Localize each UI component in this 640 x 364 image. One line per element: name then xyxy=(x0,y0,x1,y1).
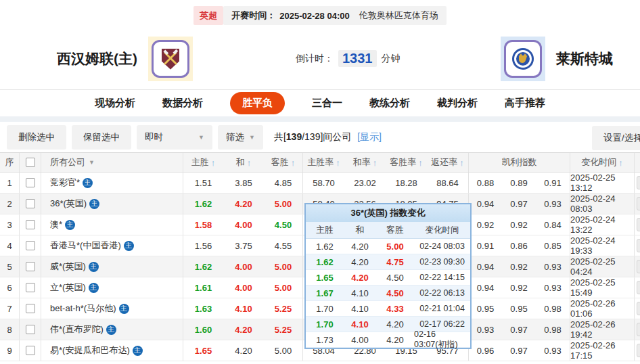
home-badge-icon: 主 xyxy=(65,220,75,230)
popup-away-odds: 4.20 xyxy=(376,335,414,345)
row-extra xyxy=(634,214,640,235)
sort-up-icon: ↑ xyxy=(373,158,378,168)
header-change-time[interactable]: 变化时间↑ xyxy=(570,153,634,172)
popup-change-time: 02-23 09:30 xyxy=(414,257,470,267)
popup-home-odds: 1.62 xyxy=(306,257,344,267)
company-cell[interactable]: 竞彩官*主 xyxy=(41,173,183,193)
draw-odds: 4.20 xyxy=(223,194,264,214)
filter-label: 筛选 xyxy=(226,131,244,143)
company-cell[interactable]: 易*(安提瓜和巴布达)主 xyxy=(41,340,183,361)
row-checkbox[interactable] xyxy=(26,262,35,271)
table-row[interactable]: 1竞彩官*主1.513.854.8558.7023.0218.2888.640.… xyxy=(0,173,640,194)
row-action-button[interactable] xyxy=(637,218,640,231)
company-name: 伟*(直布罗陀) xyxy=(50,323,104,336)
tab-1[interactable]: 现场分析 xyxy=(95,92,135,114)
row-action-button[interactable] xyxy=(637,260,640,273)
change-time: 2025-02-24 19:33 xyxy=(570,235,634,256)
sort-up-icon: ↑ xyxy=(247,158,252,168)
page: 英超 开赛时间： 2025-02-28 04:00 伦敦奥林匹克体育场 西汉姆联… xyxy=(0,0,640,364)
popup-home-odds: 1.70 xyxy=(306,304,344,314)
change-time: 2025-02-24 13:22 xyxy=(570,214,634,235)
caret-down-icon: ▼ xyxy=(249,134,255,141)
row-checkbox-cell xyxy=(19,173,41,193)
header-company[interactable]: 所有公司▼ xyxy=(41,153,183,172)
match-header: 西汉姆联(主) 倒计时： 1331 分钟 xyxy=(0,30,640,89)
kelly-draw: 0.92 xyxy=(502,277,536,298)
instant-odds-select[interactable]: 即时 ▼ xyxy=(137,125,212,150)
popup-change-time: 02-16 03:07(初指) xyxy=(414,329,470,350)
row-extra xyxy=(634,235,640,256)
home-badge-icon: 主 xyxy=(119,304,129,314)
row-action-button[interactable] xyxy=(637,239,640,252)
row-checkbox[interactable] xyxy=(26,304,35,313)
row-action-button[interactable] xyxy=(637,176,640,189)
row-checkbox[interactable] xyxy=(26,241,35,250)
row-checkbox[interactable] xyxy=(26,283,35,292)
change-time: 2025-02-25 04:24 xyxy=(570,256,634,277)
row-checkbox[interactable] xyxy=(26,178,35,187)
sort-up-icon: ↑ xyxy=(291,158,296,168)
row-checkbox[interactable] xyxy=(26,220,35,229)
select-all-checkbox[interactable] xyxy=(26,158,35,167)
header-away-rate[interactable]: 客胜率↑ xyxy=(386,153,427,172)
header-away-odds[interactable]: 客胜↑ xyxy=(264,153,302,172)
popup-change-time: 02-21 01:04 xyxy=(414,304,470,313)
row-action-button[interactable] xyxy=(637,281,640,294)
header-select-all[interactable] xyxy=(19,153,41,172)
company-cell[interactable]: 立*(英国)主 xyxy=(41,277,183,298)
tab-7[interactable]: 高手推荐 xyxy=(505,92,545,114)
show-link[interactable]: [显示] xyxy=(357,131,382,142)
company-name: 澳* xyxy=(50,219,62,231)
venue-name: 伦敦奥林匹克体育场 xyxy=(359,9,438,22)
keep-selected-button[interactable]: 保留选中 xyxy=(72,125,131,150)
row-checkbox[interactable] xyxy=(26,346,35,355)
company-cell[interactable]: 伟*(直布罗陀)主 xyxy=(41,319,183,340)
row-extra xyxy=(634,340,640,361)
popup-draw-odds: 4.10 xyxy=(344,288,376,298)
header-draw-odds[interactable]: 和↑ xyxy=(223,153,264,172)
filter-select[interactable]: 筛选 ▼ xyxy=(218,125,263,150)
kelly-home: 0.94 xyxy=(468,277,502,298)
tab-2[interactable]: 数据分析 xyxy=(162,92,203,114)
header-home-odds[interactable]: 主胜↑ xyxy=(183,153,223,172)
row-checkbox-cell xyxy=(19,298,41,319)
company-cell[interactable]: 威*(英国)主 xyxy=(41,256,183,277)
row-action-button[interactable] xyxy=(637,302,640,315)
delete-selected-button[interactable]: 删除选中 xyxy=(7,125,66,150)
header-draw-rate[interactable]: 和率↑ xyxy=(344,153,386,172)
row-action-button[interactable] xyxy=(637,323,640,336)
header-kelly[interactable]: 凯利指数 xyxy=(468,153,570,172)
company-cell[interactable]: 36*(英国)主 xyxy=(41,194,183,214)
company-cell[interactable]: 澳*主 xyxy=(41,214,183,235)
popup-change-time: 02-22 06:13 xyxy=(414,288,470,298)
row-action-button[interactable] xyxy=(637,197,640,210)
row-action-button[interactable] xyxy=(637,344,640,357)
company-cell[interactable]: 香港马*(中国香港)主 xyxy=(41,235,183,256)
header-no[interactable]: 序 xyxy=(0,153,19,172)
home-odds: 1.51 xyxy=(183,173,223,193)
change-time: 2025-02-26 01:06 xyxy=(570,298,634,319)
home-badge-icon: 主 xyxy=(106,325,116,335)
settings-select-button[interactable]: 设置/选择 xyxy=(592,126,640,150)
popup-away-odds: 5.00 xyxy=(376,242,414,252)
tab-6[interactable]: 裁判分析 xyxy=(437,92,478,114)
away-team: 莱斯特城 xyxy=(501,37,613,81)
league-badge[interactable]: 英超 xyxy=(193,6,223,25)
change-time: 2025-02-26 19:42 xyxy=(570,319,634,340)
tab-4[interactable]: 三合一 xyxy=(312,92,342,114)
tab-5[interactable]: 教练分析 xyxy=(369,92,410,114)
match-info-bar: 英超 开赛时间： 2025-02-28 04:00 伦敦奥林匹克体育场 xyxy=(0,6,640,25)
countdown: 倒计时： 1331 分钟 xyxy=(296,50,401,67)
company-name: 易*(安提瓜和巴布达) xyxy=(50,344,130,357)
popup-draw-odds: 4.00 xyxy=(344,335,376,345)
popup-home-odds: 1.67 xyxy=(306,288,344,298)
sort-up-icon: ↑ xyxy=(211,158,216,168)
company-cell[interactable]: bet-at-h*(马尔他)主 xyxy=(41,298,183,319)
row-checkbox[interactable] xyxy=(26,325,35,334)
home-badge-icon: 主 xyxy=(133,346,143,356)
tab-3[interactable]: 胜平负 xyxy=(230,92,285,114)
kelly-home: 0.95 xyxy=(468,298,502,319)
header-home-rate[interactable]: 主胜率↑ xyxy=(302,153,344,172)
header-return-rate[interactable]: 返还率↑ xyxy=(427,153,468,172)
row-checkbox[interactable] xyxy=(26,199,35,208)
